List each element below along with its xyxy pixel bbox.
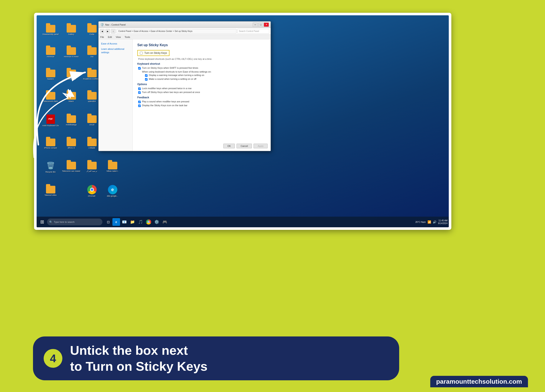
close-button[interactable]: ✕ bbox=[264, 23, 269, 27]
options-header: Options bbox=[137, 83, 266, 86]
taskview-icon[interactable]: ⊡ bbox=[104, 218, 112, 226]
sticky-keys-shift-checkbox[interactable] bbox=[138, 67, 141, 70]
checkbox-row: Turn off Sticky Keys when two keys are p… bbox=[137, 91, 266, 94]
folder-icon bbox=[87, 162, 97, 169]
play-sound-modifier-checkbox[interactable] bbox=[138, 101, 141, 103]
display-icon-taskbar-checkbox[interactable] bbox=[138, 104, 141, 107]
left-nav-item[interactable]: Ease of Access bbox=[99, 41, 132, 46]
spotify-taskbar-icon[interactable]: 🎵 bbox=[137, 218, 144, 226]
outlook-taskbar-icon[interactable]: 📧 bbox=[120, 218, 128, 226]
checkbox-label: Make a sound when turning a setting on o… bbox=[149, 78, 196, 80]
instruction-line2: to Turn on Sticky Keys bbox=[70, 358, 208, 374]
search-icon: 🔍 bbox=[49, 220, 53, 224]
make-sound-checkbox[interactable] bbox=[145, 78, 148, 81]
icon-label: Gallery bbox=[68, 33, 74, 36]
weather-text: 26°C Haze bbox=[415, 221, 426, 223]
date-display: 9/14/2024 bbox=[438, 222, 448, 225]
branding-container: paramounttechsolution.com bbox=[430, 376, 528, 387]
icon-label: Recycle Bin bbox=[46, 171, 56, 173]
display-warning-checkbox[interactable] bbox=[145, 74, 148, 77]
curved-arrow bbox=[21, 47, 115, 153]
edge-icon: e bbox=[108, 185, 117, 194]
menu-file[interactable]: File bbox=[100, 36, 104, 38]
checkbox-label: Turn off Sticky Keys when two keys are p… bbox=[142, 91, 200, 93]
desktop-icon[interactable]: Disassembly panel bbox=[40, 19, 61, 41]
taskbar-search-bar[interactable]: 🔍 Type here to search bbox=[47, 219, 102, 225]
ok-button[interactable]: OK bbox=[223, 144, 235, 148]
maximize-button[interactable]: □ bbox=[258, 23, 263, 27]
cancel-button[interactable]: Cancel bbox=[236, 144, 252, 148]
icon-label: Ntbas nateri i. bbox=[107, 170, 118, 172]
menu-view[interactable]: View bbox=[116, 36, 121, 38]
time-display: 11:45 AM bbox=[439, 219, 447, 222]
checkbox-row: Display the Sticky Keys icon on the task… bbox=[137, 104, 266, 107]
checkbox-label: Display the Sticky Keys icon on the task… bbox=[142, 104, 187, 107]
icon-label: Talwood otiles bbox=[44, 194, 57, 196]
address-field[interactable]: Control Panel > Ease of Access > Ease of… bbox=[117, 29, 236, 34]
search-placeholder: Type here to search bbox=[54, 221, 74, 223]
folder-icon bbox=[67, 162, 76, 169]
minimize-button[interactable]: ─ bbox=[253, 23, 258, 27]
start-button[interactable]: ⊞ bbox=[38, 218, 46, 226]
checkbox-label: Display a warning message when turning a… bbox=[149, 74, 204, 76]
edge-taskbar-icon[interactable]: e bbox=[112, 218, 120, 226]
main-content-panel: Set up Sticky Keys Turn on Sticky Keys P… bbox=[133, 39, 271, 151]
checkbox-label: Lock modifier keys when pressed twice in… bbox=[142, 87, 191, 90]
forward-button[interactable]: ► bbox=[105, 29, 110, 34]
chrome-icon-2 bbox=[87, 185, 97, 194]
checkbox-row: Turn on Sticky Keys when SHIFT is presse… bbox=[137, 67, 266, 70]
when-using-text: When using keyboard shortcuts to turn Ea… bbox=[137, 70, 266, 73]
checkbox-row: Display a warning message when turning a… bbox=[137, 74, 266, 77]
folder-icon bbox=[67, 25, 76, 33]
up-button[interactable]: ↑ bbox=[111, 29, 116, 34]
highlighted-checkbox-wrapper: Turn on Sticky Keys bbox=[137, 50, 169, 56]
desktop-icon[interactable]: Ntbas nateri i. bbox=[102, 155, 123, 179]
menu-bar: File Edit View Tools bbox=[99, 35, 271, 39]
settings-taskbar-icon[interactable]: ⚙️ bbox=[153, 218, 161, 226]
icon-label: Disassembly panel bbox=[43, 33, 59, 36]
desktop-icon[interactable]: e dde-google... bbox=[102, 179, 123, 203]
desktop-icon[interactable]: Talwood otiles bbox=[40, 179, 61, 203]
clock-display: 11:45 AM 9/14/2024 bbox=[438, 219, 448, 225]
turn-off-two-keys-checkbox[interactable] bbox=[138, 91, 141, 94]
checkbox-row: Play a sound when modifier keys are pres… bbox=[137, 100, 266, 103]
search-field[interactable]: Search Control Panel bbox=[237, 29, 269, 34]
icon-label: dde-google... bbox=[107, 195, 118, 197]
section-header: Keyboard shortcut bbox=[137, 62, 266, 65]
page-background: Disassembly panel Gallery Civita Disasse… bbox=[0, 0, 545, 392]
menu-tools[interactable]: Tools bbox=[124, 36, 130, 38]
window-content: Ease of Access Learn about additional se… bbox=[99, 39, 271, 151]
window-titlebar: 🛡️ Nav - Control Panel ─ □ ✕ bbox=[99, 21, 271, 28]
instruction-text-container: Untick the box next to Turn on Sticky Ke… bbox=[70, 343, 208, 374]
turn-on-sticky-keys-label: Turn on Sticky Keys bbox=[144, 51, 167, 55]
instruction-line1: Untick the box next bbox=[70, 343, 208, 358]
checkbox-label: Play a sound when modifier keys are pres… bbox=[142, 100, 189, 103]
turn-on-sticky-keys-checkbox[interactable] bbox=[140, 52, 143, 55]
panel-title: Set up Sticky Keys bbox=[137, 43, 266, 47]
lock-modifier-checkbox[interactable] bbox=[138, 87, 141, 90]
folder-icon bbox=[87, 25, 97, 33]
icon-label: Civita bbox=[89, 33, 94, 36]
wifi-icon: 📶 bbox=[427, 220, 431, 224]
checkbox-row: Make a sound when turning a setting on o… bbox=[137, 78, 266, 81]
panel-buttons: OK Cancel Apply bbox=[223, 144, 268, 148]
desktop-icon-empty bbox=[61, 179, 81, 203]
address-bar: ◄ ► ↑ Control Panel > Ease of Access > E… bbox=[99, 28, 271, 35]
window-title-text: Nav - Control Panel bbox=[105, 23, 253, 26]
back-button[interactable]: ◄ bbox=[100, 29, 105, 34]
volume-icon: 🔊 bbox=[433, 220, 436, 224]
apply-button[interactable]: Apply bbox=[254, 144, 268, 148]
desktop-icon[interactable]: Gallery bbox=[61, 19, 81, 41]
keyboard-shortcut-section: Keyboard shortcut Turn on Sticky Keys wh… bbox=[137, 62, 266, 81]
instruction-box: 4 Untick the box next to Turn on Sticky … bbox=[33, 337, 399, 380]
xbox-taskbar-icon[interactable]: 🎮 bbox=[161, 218, 169, 226]
explorer-taskbar-icon[interactable]: 📁 bbox=[129, 218, 136, 226]
desktop-icon[interactable]: chromail- bbox=[82, 179, 102, 203]
taskbar-app-icons: ⊡ e 📧 📁 🎵 ⚙️ 🎮 bbox=[104, 218, 169, 226]
menu-edit[interactable]: Edit bbox=[108, 36, 112, 38]
window-icon: 🛡️ bbox=[100, 23, 104, 26]
feedback-section: Feedback Play a sound when modifier keys… bbox=[137, 96, 266, 107]
branding-text: paramounttechsolution.com bbox=[436, 378, 522, 385]
taskbar: ⊞ 🔍 Type here to search ⊡ e 📧 📁 🎵 bbox=[37, 217, 449, 227]
chrome-taskbar-icon[interactable] bbox=[145, 218, 152, 226]
